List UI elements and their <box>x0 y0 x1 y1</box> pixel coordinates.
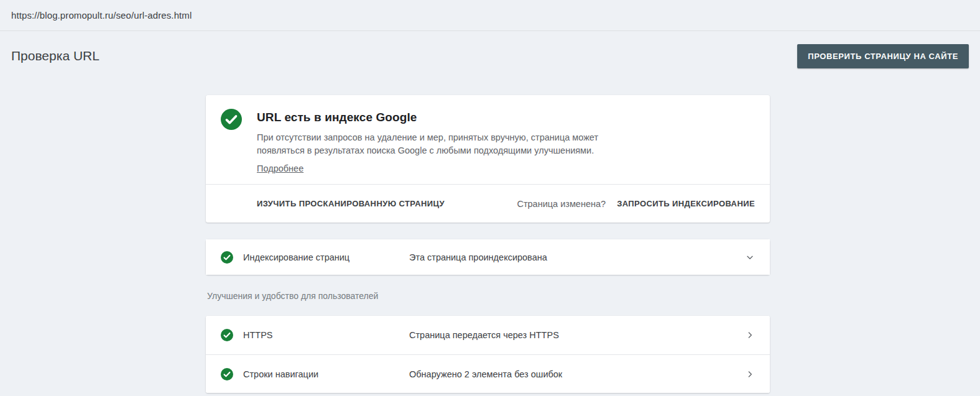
check-circle-icon <box>221 329 233 341</box>
page-indexing-card: Индексирование страниц Эта страница прои… <box>206 239 770 275</box>
page-changed-label: Страница изменена? <box>517 199 606 209</box>
row-label: Индексирование страниц <box>243 252 409 262</box>
index-verdict-card: URL есть в индексе Google При отсутствии… <box>206 95 770 223</box>
row-status: Эта страница проиндексирована <box>409 252 745 262</box>
content-column: URL есть в индексе Google При отсутствии… <box>206 95 770 393</box>
verdict-text-block: URL есть в индексе Google При отсутствии… <box>257 109 621 174</box>
chevron-right-icon[interactable] <box>745 330 755 340</box>
verdict-description: При отсутствии запросов на удаление и ме… <box>257 131 621 157</box>
row-label: HTTPS <box>243 330 409 340</box>
https-row[interactable]: HTTPS Страница передается через HTTPS <box>206 316 770 354</box>
row-status: Страница передается через HTTPS <box>409 330 745 340</box>
page-indexing-row[interactable]: Индексирование страниц Эта страница прои… <box>206 239 770 275</box>
check-circle-icon <box>221 251 233 264</box>
topbar: https://blog.promopult.ru/seo/url-adres.… <box>0 0 980 31</box>
row-status: Обнаружено 2 элемента без ошибок <box>409 369 745 379</box>
verdict-actions: ИЗУЧИТЬ ПРОСКАНИРОВАННУЮ СТРАНИЦУ Страни… <box>206 184 770 223</box>
page-header: Проверка URL ПРОВЕРИТЬ СТРАНИЦУ НА САЙТЕ <box>0 40 980 72</box>
check-circle-icon <box>221 368 233 380</box>
enhancements-card: HTTPS Страница передается через HTTPS Ст… <box>206 316 770 393</box>
request-indexing-button[interactable]: ЗАПРОСИТЬ ИНДЕКСИРОВАНИЕ <box>617 199 755 208</box>
verdict-title: URL есть в индексе Google <box>257 111 621 124</box>
chevron-right-icon[interactable] <box>745 369 755 379</box>
test-live-page-button[interactable]: ПРОВЕРИТЬ СТРАНИЦУ НА САЙТЕ <box>797 44 969 68</box>
page-title: Проверка URL <box>11 48 99 63</box>
check-circle-icon <box>221 109 242 130</box>
inspected-url-input[interactable]: https://blog.promopult.ru/seo/url-adres.… <box>11 10 192 21</box>
view-crawled-page-button[interactable]: ИЗУЧИТЬ ПРОСКАНИРОВАННУЮ СТРАНИЦУ <box>257 199 445 208</box>
row-label: Строки навигации <box>243 369 409 379</box>
enhancements-section-label: Улучшения и удобство для пользователей <box>207 291 770 301</box>
breadcrumbs-row[interactable]: Строки навигации Обнаружено 2 элемента б… <box>206 354 770 393</box>
chevron-down-icon[interactable] <box>745 252 755 262</box>
verdict-section: URL есть в индексе Google При отсутствии… <box>206 95 770 184</box>
learn-more-link[interactable]: Подробнее <box>257 163 303 173</box>
